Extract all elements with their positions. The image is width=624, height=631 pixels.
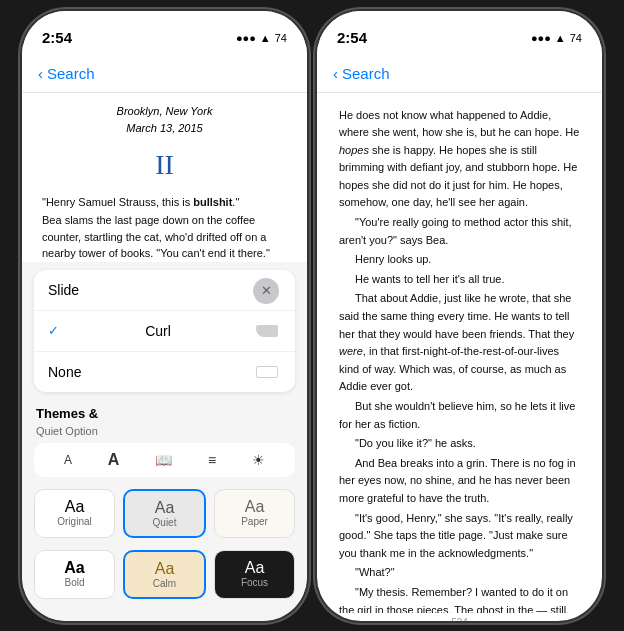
status-icons-left: ●●● ▲ 74 — [236, 32, 287, 44]
close-button[interactable]: ✕ — [253, 278, 279, 304]
themes-section: Themes & Quiet Option — [22, 400, 307, 439]
theme-name-quiet: Quiet — [129, 517, 200, 528]
slide-options-panel: ✕ Slide ✓ Curl None — [34, 270, 295, 392]
chapter-number: II — [42, 143, 287, 186]
theme-name-original: Original — [39, 516, 110, 527]
right-phone: 2:54 ●●● ▲ 74 ‹ Search He does not know … — [317, 11, 602, 621]
display-icon[interactable]: ☀ — [244, 448, 273, 472]
themes-row-2: Aa Bold Aa Calm Aa Focus — [22, 544, 307, 605]
theme-focus[interactable]: Aa Focus — [214, 550, 295, 599]
none-label: None — [48, 364, 81, 380]
theme-name-calm: Calm — [129, 578, 200, 589]
chevron-left-icon-right: ‹ — [333, 65, 338, 82]
theme-aa-bold: Aa — [39, 559, 110, 577]
slide-label: Slide — [48, 282, 79, 298]
quiet-option-label: Quiet Option — [22, 425, 98, 437]
themes-row-1: Aa Original Aa Quiet Aa Paper — [22, 483, 307, 544]
status-time-left: 2:54 — [42, 29, 72, 46]
theme-name-paper: Paper — [219, 516, 290, 527]
theme-aa-focus: Aa — [219, 559, 290, 577]
wifi-icon: ▲ — [260, 32, 271, 44]
book-icon[interactable]: 📖 — [147, 448, 180, 472]
page-number: 524 — [317, 613, 602, 621]
toolbar-row: A A 📖 ≡ ☀ — [34, 443, 295, 477]
chevron-left-icon: ‹ — [38, 65, 43, 82]
slide-option-curl[interactable]: ✓ Curl — [34, 311, 295, 352]
themes-heading: Themes & — [22, 400, 307, 421]
theme-name-focus: Focus — [219, 577, 290, 588]
theme-bold[interactable]: Aa Bold — [34, 550, 115, 599]
theme-aa-calm: Aa — [129, 560, 200, 578]
signal-icon-right: ●●● — [531, 32, 551, 44]
curl-label: Curl — [145, 323, 171, 339]
font-size-large-btn[interactable]: A — [100, 447, 128, 473]
signal-icon: ●●● — [236, 32, 256, 44]
check-icon: ✓ — [48, 323, 59, 338]
curl-icon — [253, 321, 281, 341]
status-time-right: 2:54 — [337, 29, 367, 46]
wifi-icon-right: ▲ — [555, 32, 566, 44]
slide-option-none[interactable]: None — [34, 352, 295, 392]
theme-aa-quiet: Aa — [129, 499, 200, 517]
theme-quiet[interactable]: Aa Quiet — [123, 489, 206, 538]
status-bar-right: 2:54 ●●● ▲ 74 — [317, 11, 602, 55]
book-location: Brooklyn, New York March 13, 2015 — [42, 103, 287, 137]
theme-aa-original: Aa — [39, 498, 110, 516]
back-button-left[interactable]: ‹ Search — [38, 65, 95, 82]
status-bar-left: 2:54 ●●● ▲ 74 — [22, 11, 307, 55]
none-icon — [253, 362, 281, 382]
book-content-right: He does not know what happened to Addie,… — [317, 93, 602, 613]
font-size-small-btn[interactable]: A — [56, 449, 80, 471]
theme-original[interactable]: Aa Original — [34, 489, 115, 538]
nav-bar-left: ‹ Search — [22, 55, 307, 93]
left-phone: 2:54 ●●● ▲ 74 ‹ Search Brooklyn, New Yor… — [22, 11, 307, 621]
nav-bar-right: ‹ Search — [317, 55, 602, 93]
battery-indicator: 74 — [275, 32, 287, 44]
text-icon[interactable]: ≡ — [200, 448, 224, 472]
theme-name-bold: Bold — [39, 577, 110, 588]
theme-paper[interactable]: Aa Paper — [214, 489, 295, 538]
back-button-right[interactable]: ‹ Search — [333, 65, 390, 82]
status-icons-right: ●●● ▲ 74 — [531, 32, 582, 44]
theme-calm[interactable]: Aa Calm — [123, 550, 206, 599]
bottom-panel: ✕ Slide ✓ Curl None — [22, 262, 307, 621]
theme-aa-paper: Aa — [219, 498, 290, 516]
battery-indicator-right: 74 — [570, 32, 582, 44]
